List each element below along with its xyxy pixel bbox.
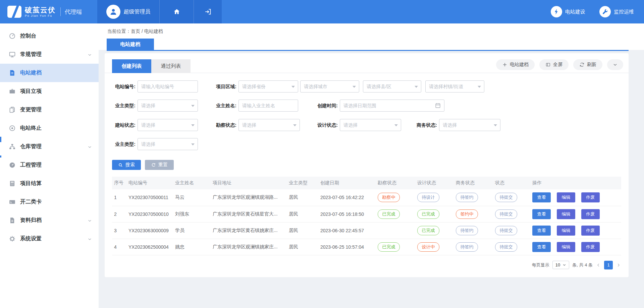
status-badge: 待提交 xyxy=(495,242,517,252)
sidebar-item-console[interactable]: 控制台 xyxy=(0,27,99,45)
view-button[interactable]: 查看 xyxy=(532,226,551,236)
refresh-button[interactable]: 刷新 xyxy=(573,59,602,70)
sitemap-icon xyxy=(9,143,16,150)
caret-icon xyxy=(293,124,297,126)
breadcrumb-path: 首页 / 电站建档 xyxy=(131,28,163,34)
edit-button[interactable]: 编辑 xyxy=(557,226,575,236)
view-button[interactable]: 查看 xyxy=(532,242,551,252)
view-button[interactable]: 查看 xyxy=(532,209,551,219)
owner-type2-select[interactable]: 请选择 xyxy=(138,138,198,150)
void-button[interactable]: 作废 xyxy=(581,209,600,219)
calculator-icon xyxy=(9,180,16,187)
search-button[interactable]: 搜索 xyxy=(112,160,141,170)
owner-type-select[interactable]: 请选择 xyxy=(138,100,198,112)
tab-passed-list[interactable]: 通过列表 xyxy=(151,59,191,73)
date-range-input[interactable] xyxy=(340,100,444,112)
breadcrumb: 当前位置：首页 / 电站建档 xyxy=(107,28,163,35)
logout-icon xyxy=(204,8,212,15)
top-header: 破茧云伏 Po Jian Yun Fu 代理端 超级管理员 xyxy=(0,0,644,23)
sidebar-item-project-settlement[interactable]: 项目结算 xyxy=(0,174,99,193)
station-table: 序号 电站编号 业主姓名 项目地址 业主类型 创建日期 勘察状态 设计状态 商务… xyxy=(112,177,621,269)
survey-status-badge: 已完成 xyxy=(378,242,400,252)
sidebar-scrollbar[interactable] xyxy=(0,156,1,158)
tab-create-list[interactable]: 创建列表 xyxy=(112,59,151,73)
edit-button[interactable]: 编辑 xyxy=(557,192,575,202)
nav-station-build[interactable]: 电站建设 xyxy=(551,6,585,17)
add-station-button[interactable]: 电站建档 xyxy=(496,59,535,70)
lightning-icon xyxy=(551,6,562,17)
portal-label: 代理端 xyxy=(65,8,82,16)
nav-label: 监控运维 xyxy=(614,9,634,15)
sidebar-item-engineering-mgmt[interactable]: 工程管理 xyxy=(0,156,99,174)
card-icon xyxy=(9,198,16,205)
current-page[interactable]: 1 xyxy=(604,261,613,269)
prev-page-button[interactable] xyxy=(596,262,601,268)
home-icon xyxy=(173,8,180,15)
edit-button[interactable]: 编辑 xyxy=(557,242,575,252)
file-icon xyxy=(9,217,16,224)
content-card: 创建列表 通过列表 电站建档 全屏 刷新 xyxy=(105,53,629,277)
caret-icon xyxy=(415,86,418,88)
reset-button[interactable]: 重置 xyxy=(145,160,174,170)
table-header-row: 序号 电站编号 业主姓名 项目地址 业主类型 创建日期 勘察状态 设计状态 商务… xyxy=(112,177,621,189)
build-status-label: 建站状态: xyxy=(113,119,136,131)
table-row: 1 YX2023070500011 马云 广东深圳龙华区观澜镇观湖路... 居民… xyxy=(112,189,621,206)
refresh-icon xyxy=(579,62,585,67)
void-button[interactable]: 作废 xyxy=(581,192,600,202)
header-nav: 电站建设 监控运维 xyxy=(551,6,644,17)
status-badge: 待提交 xyxy=(495,226,517,235)
target-icon xyxy=(9,125,16,132)
build-status-select[interactable]: 请选择 xyxy=(138,119,198,131)
logout-button[interactable] xyxy=(194,0,222,23)
sidebar-item-change-mgmt[interactable]: 变更管理 xyxy=(0,101,99,119)
sidebar-item-open-card[interactable]: 开二类卡 xyxy=(0,193,99,211)
business-status-badge: 待签约 xyxy=(456,226,478,235)
per-page-label: 每页显示 xyxy=(532,262,549,268)
nav-monitor-ops[interactable]: 监控运维 xyxy=(599,6,634,17)
user-menu[interactable]: 超级管理员 xyxy=(97,0,159,23)
breadcrumb-prefix: 当前位置： xyxy=(107,28,131,34)
void-button[interactable]: 作废 xyxy=(581,242,600,252)
sidebar-item-station-archive[interactable]: 电站建档 xyxy=(0,64,99,82)
sidebar-item-project-initiation[interactable]: 项目立项 xyxy=(0,82,99,101)
sidebar-item-data-archive[interactable]: 资料归档 xyxy=(0,211,99,230)
district-select[interactable]: 请选择县/区 xyxy=(363,80,421,93)
logo-title: 破茧云伏 xyxy=(25,6,56,14)
void-button[interactable]: 作废 xyxy=(581,226,600,236)
edit-button[interactable]: 编辑 xyxy=(557,209,575,219)
pages-icon xyxy=(9,106,16,113)
nav-label: 电站建设 xyxy=(565,9,585,15)
home-button[interactable] xyxy=(159,0,194,23)
fullscreen-button[interactable]: 全屏 xyxy=(539,59,569,70)
divider xyxy=(60,7,61,16)
province-select[interactable]: 请选择省份 xyxy=(238,80,298,93)
col-owner-type: 业主类型 xyxy=(286,177,318,189)
view-button[interactable]: 查看 xyxy=(532,192,551,202)
create-time-label: 创建时间: xyxy=(314,100,338,112)
next-page-button[interactable] xyxy=(616,262,621,268)
sidebar-item-general-mgmt[interactable]: 常规管理 xyxy=(0,45,99,64)
table-row: 2 YX2023070500010 刘强东 广东深圳龙华区黄石镇星官大... 居… xyxy=(112,206,621,222)
design-status-label: 设计状态: xyxy=(314,119,338,131)
tab-underline xyxy=(107,50,629,51)
survey-status-badge: 已完成 xyxy=(378,209,400,219)
page-tab-station-archive[interactable]: 电站建档 xyxy=(107,39,154,50)
sidebar-item-warehouse-mgmt[interactable]: 仓库管理 xyxy=(0,137,99,156)
survey-status-select[interactable]: 请选择 xyxy=(238,119,300,131)
design-status-select[interactable]: 请选择 xyxy=(340,119,401,131)
design-status-badge: 已完成 xyxy=(417,209,439,219)
town-select[interactable]: 请选择村镇/街道 xyxy=(425,80,484,93)
sidebar-item-station-terminate[interactable]: 电站终止 xyxy=(0,119,99,137)
station-code-input[interactable] xyxy=(138,80,198,93)
business-status-select[interactable]: 请选择 xyxy=(439,119,500,131)
city-select[interactable]: 请选择城市 xyxy=(300,80,359,93)
sidebar-item-system-settings[interactable]: 系统设置 xyxy=(0,230,99,248)
chevron-down-icon xyxy=(88,144,92,149)
chevron-down-icon xyxy=(562,263,566,267)
table-row: 3 YX2023063000009 学员 广东深圳龙华区黄石镇姚家庄... 居民… xyxy=(112,222,621,239)
page-size-select[interactable]: 10 xyxy=(552,261,569,269)
owner-name-input[interactable] xyxy=(238,100,298,112)
sidebar-scrollbar[interactable] xyxy=(0,137,1,142)
collapse-toolbar-button[interactable] xyxy=(607,59,623,70)
col-index: 序号 xyxy=(112,177,126,189)
